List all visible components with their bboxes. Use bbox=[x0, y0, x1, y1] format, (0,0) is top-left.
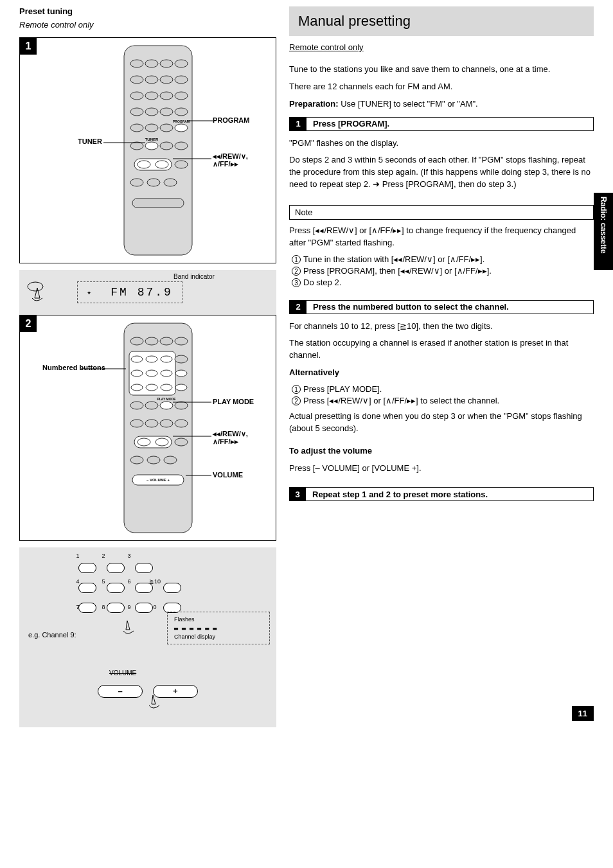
svg-point-1 bbox=[130, 60, 143, 67]
svg-point-31 bbox=[164, 179, 177, 186]
svg-point-23 bbox=[160, 142, 173, 150]
alt-item-2: Press [◂◂/REW/∨] or [∧/FF/▸▸] to select … bbox=[303, 396, 499, 405]
num-1: 1 bbox=[71, 553, 85, 559]
svg-rect-32 bbox=[132, 199, 184, 208]
svg-point-3 bbox=[160, 60, 173, 67]
svg-point-70 bbox=[147, 456, 160, 464]
numpad-btn[interactable] bbox=[78, 583, 96, 593]
numpad-btn[interactable] bbox=[78, 603, 96, 613]
rew-ff-callout-line2: ∧/FF/▸▸ bbox=[213, 160, 238, 168]
svg-point-26 bbox=[138, 161, 150, 168]
intro-2: There are 12 channels each for FM and AM… bbox=[289, 81, 594, 93]
step1-frame: 1 bbox=[19, 37, 276, 263]
numpad-btn[interactable] bbox=[78, 563, 96, 573]
note-heading: Note bbox=[289, 205, 594, 220]
svg-point-14 bbox=[145, 108, 158, 116]
step-c-num: 3 bbox=[289, 487, 306, 501]
svg-point-42 bbox=[160, 337, 173, 345]
preparation-text: Use [TUNER] to select "FM" or "AM". bbox=[341, 99, 478, 109]
svg-point-49 bbox=[146, 370, 157, 376]
tuner-callout: TUNER bbox=[78, 137, 102, 145]
svg-point-47 bbox=[161, 356, 172, 362]
svg-point-62 bbox=[145, 420, 158, 427]
svg-point-13 bbox=[130, 108, 143, 116]
step-b-head: Press the numbered button to select the … bbox=[306, 301, 593, 314]
svg-point-46 bbox=[146, 356, 157, 362]
note-item-1: Tune in the station with [◂◂/REW/∨] or [… bbox=[303, 254, 484, 264]
svg-point-29 bbox=[130, 179, 143, 186]
step-a-head: Press [PROGRAM]. bbox=[306, 118, 593, 130]
note-item-3: Do step 2. bbox=[303, 278, 341, 287]
step2-frame: 2 bbox=[19, 315, 276, 541]
volume-callout: VOLUME bbox=[213, 471, 243, 479]
svg-point-55 bbox=[175, 384, 187, 391]
svg-point-56 bbox=[175, 355, 188, 363]
svg-point-9 bbox=[130, 92, 143, 100]
svg-point-28 bbox=[175, 161, 188, 168]
numpad-example: 1 2 3 4 5 6 ≧10 7 8 9 0 e.g. Channel 9: bbox=[19, 547, 276, 663]
numpad-btn[interactable] bbox=[107, 563, 125, 573]
svg-point-30 bbox=[147, 179, 160, 186]
rew-ff-callout-line1: ◂◂/REW/∨, bbox=[213, 152, 248, 160]
num-3: 3 bbox=[122, 553, 136, 559]
playmode-callout: PLAY MODE bbox=[213, 398, 254, 405]
numpad-btn[interactable] bbox=[107, 603, 125, 613]
numpad-btn[interactable] bbox=[107, 583, 125, 593]
page-title: Preset tuning bbox=[19, 6, 276, 16]
svg-point-59 bbox=[160, 402, 173, 409]
remote-only-subtitle: Remote control only bbox=[19, 20, 276, 30]
numbered-buttons-callout: Numbered buttons bbox=[42, 364, 105, 371]
svg-point-18 bbox=[145, 124, 158, 132]
numpad-btn[interactable] bbox=[135, 563, 153, 573]
flashing-label: Flashes bbox=[174, 616, 263, 623]
svg-point-50 bbox=[161, 370, 172, 376]
svg-point-20 bbox=[175, 124, 188, 132]
svg-point-43 bbox=[175, 337, 188, 345]
svg-point-12 bbox=[175, 92, 188, 100]
numpad-btn[interactable] bbox=[135, 583, 153, 593]
svg-point-4 bbox=[175, 60, 188, 67]
svg-text:TUNER: TUNER bbox=[145, 137, 159, 141]
svg-point-52 bbox=[131, 384, 143, 391]
volume-down-button[interactable]: – bbox=[98, 685, 143, 698]
svg-point-64 bbox=[175, 420, 188, 427]
svg-point-2 bbox=[145, 60, 158, 67]
svg-point-54 bbox=[161, 384, 172, 391]
num-2: 2 bbox=[96, 553, 111, 559]
page-number: 11 bbox=[572, 706, 594, 721]
numpad-btn[interactable] bbox=[163, 583, 181, 593]
svg-point-19 bbox=[160, 124, 173, 132]
example-label: e.g. Channel 9: bbox=[28, 631, 76, 639]
svg-point-17 bbox=[130, 124, 143, 132]
preparation-label: Preparation: bbox=[289, 99, 339, 109]
volume-strike-label: VOLUME bbox=[109, 669, 136, 677]
step-b-body2: The station occupying a channel is erase… bbox=[289, 337, 594, 362]
svg-point-15 bbox=[160, 108, 173, 116]
svg-point-5 bbox=[130, 76, 143, 84]
program-callout: PROGRAM bbox=[213, 116, 249, 124]
step-b-num: 2 bbox=[290, 301, 306, 314]
svg-point-45 bbox=[131, 356, 143, 362]
svg-point-53 bbox=[146, 384, 157, 391]
svg-point-16 bbox=[175, 108, 188, 116]
svg-point-21 bbox=[145, 142, 158, 150]
svg-point-69 bbox=[130, 456, 143, 464]
svg-point-66 bbox=[138, 438, 150, 446]
svg-point-63 bbox=[160, 420, 173, 427]
step-a-num: 1 bbox=[290, 118, 306, 130]
svg-point-38 bbox=[28, 282, 43, 291]
alternatively-label: Alternatively bbox=[289, 368, 339, 377]
svg-point-51 bbox=[175, 370, 187, 376]
volume-panel: VOLUME – + bbox=[19, 663, 276, 727]
flash-icon: ✦ bbox=[87, 288, 91, 297]
note-item-2: Press [PROGRAM], then [◂◂/REW/∨] or [∧/F… bbox=[303, 266, 492, 276]
step-a-body2: Do steps 2 and 3 within 5 seconds of eac… bbox=[289, 154, 594, 191]
note-body: Press [◂◂/REW/∨] or [∧/FF/▸▸] to change … bbox=[289, 225, 594, 249]
svg-point-7 bbox=[160, 76, 173, 84]
svg-point-68 bbox=[175, 438, 188, 446]
svg-point-6 bbox=[145, 76, 158, 84]
vol-adjust-head: To adjust the volume bbox=[289, 446, 372, 456]
numpad-btn[interactable] bbox=[135, 603, 153, 613]
svg-text:– VOLUME +: – VOLUME + bbox=[147, 478, 170, 482]
display-strip: Band indicator ✦ FM 87.9 bbox=[19, 270, 276, 315]
